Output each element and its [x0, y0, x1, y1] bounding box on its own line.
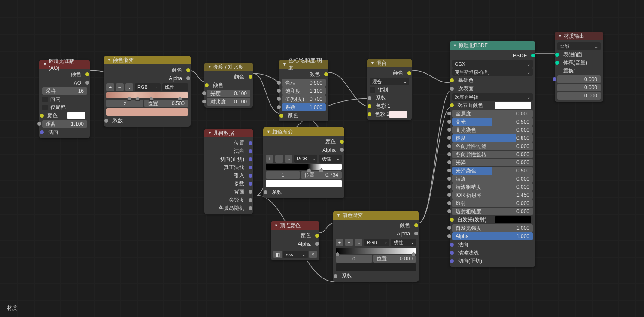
color-ramp-gradient[interactable]	[336, 248, 416, 254]
node-color-ramp-1[interactable]: ▼颜色渐变 颜色 Alpha +−⌄RGB线性 2位置0.500 系数	[104, 56, 191, 127]
color-ramp-gradient[interactable]	[266, 164, 342, 170]
samples-field[interactable]: 采样16	[42, 87, 87, 95]
color-swatch[interactable]	[67, 112, 85, 119]
output-ao: AO	[42, 78, 87, 87]
collapse-icon[interactable]: ▼	[43, 62, 47, 66]
node-mix[interactable]: ▼混合 颜色 混合 钳制 系数 色彩 1 色彩 2	[367, 59, 412, 120]
clamp-checkbox[interactable]: 钳制	[370, 86, 409, 94]
vc-name-select[interactable]: sss	[283, 251, 308, 258]
node-bright-contrast[interactable]: ▼亮度 / 对比度 颜色 颜色 光度-0.100 对比度0.100	[204, 63, 253, 108]
node-principled-bsdf[interactable]: ▼原理化BSDF BSDF GGX 克里斯坦森-伯利 基础色 次表面 次表面半径…	[450, 41, 535, 267]
input-color: 颜色	[44, 112, 58, 119]
local-checkbox[interactable]: 仅局部	[42, 103, 87, 111]
color-ramp-gradient[interactable]	[106, 92, 188, 98]
inside-checkbox[interactable]: 向内	[42, 95, 87, 103]
mode-select[interactable]: RGB	[135, 83, 161, 91]
input-normal: 法向	[42, 128, 87, 136]
hue-field[interactable]: 色相0.500	[282, 79, 326, 87]
subsurface-color[interactable]	[495, 102, 531, 109]
output-color: 颜色	[42, 70, 87, 78]
sss-method-select[interactable]: 克里斯坦森-伯利	[452, 68, 533, 76]
vertex-color-icon[interactable]: ◧	[273, 251, 282, 258]
blend-mode-select[interactable]: 混合	[370, 78, 409, 85]
val-field[interactable]: 值(明度)0.700	[282, 95, 326, 103]
node-header[interactable]: ▼颜色渐变	[104, 56, 191, 64]
node-material-output[interactable]: ▼材质输出 全部 表(曲)面 体积(音量) 置换: 0.000 0.000 0.…	[555, 32, 603, 102]
stop-color[interactable]	[336, 263, 416, 271]
node-hsv[interactable]: ▼色相/饱和度/明度 颜色 色相0.500 饱和度1.100 值(明度)0.70…	[279, 60, 328, 121]
sss-radius-select[interactable]: 次表面半径	[452, 93, 533, 101]
stop-color[interactable]	[106, 108, 188, 116]
node-color-ramp-3[interactable]: ▼颜色渐变 颜色 Alpha +−⌄RGB线性 0位置0.000 系数	[333, 211, 419, 282]
node-vertex-color[interactable]: ▼顶点颜色 颜色 Alpha ◧ sss ✕	[271, 221, 319, 260]
fac-field[interactable]: 系数1.000	[282, 103, 326, 111]
bright-field[interactable]: 光度-0.100	[207, 90, 250, 97]
stop-color[interactable]	[266, 180, 342, 187]
target-select[interactable]: 全部	[557, 42, 601, 50]
contrast-field[interactable]: 对比度0.100	[207, 98, 250, 106]
node-geometry[interactable]: ▼几何数据 位置 法向 切向(正切) 真正法线 引入 参数 背面 尖锐度 各孤岛…	[204, 129, 253, 214]
clear-button[interactable]: ✕	[309, 251, 317, 258]
node-color-ramp-2[interactable]: ▼颜色渐变 颜色 Alpha +−⌄RGB线性 1位置0.734 系数	[263, 127, 344, 198]
interp-select[interactable]: 线性	[162, 83, 188, 91]
sat-field[interactable]: 饱和度1.100	[282, 87, 326, 95]
color2-swatch[interactable]	[389, 111, 407, 118]
distance-field[interactable]: 距离1.100	[42, 120, 87, 128]
disp-z[interactable]: 0.000	[557, 92, 601, 100]
disp-y[interactable]: 0.000	[557, 84, 601, 91]
ramp-toolbar[interactable]: +−⌄RGB线性	[106, 83, 188, 91]
footer-label: 材质	[7, 305, 17, 312]
emission-color[interactable]	[495, 216, 531, 223]
remove-stop-button[interactable]: −	[116, 83, 124, 91]
node-ao[interactable]: ▼环境光遮蔽 (AO) 颜色 AO 采样16 向内 仅局部 颜色 距离1.100…	[39, 60, 90, 138]
disp-x[interactable]: 0.000	[557, 75, 601, 83]
chevron-down-icon[interactable]: ⌄	[125, 83, 133, 91]
node-title: 环境光遮蔽 (AO)	[49, 58, 86, 71]
distribution-select[interactable]: GGX	[452, 60, 533, 68]
node-header[interactable]: ▼环境光遮蔽 (AO)	[39, 60, 90, 69]
add-stop-button[interactable]: +	[106, 83, 114, 91]
